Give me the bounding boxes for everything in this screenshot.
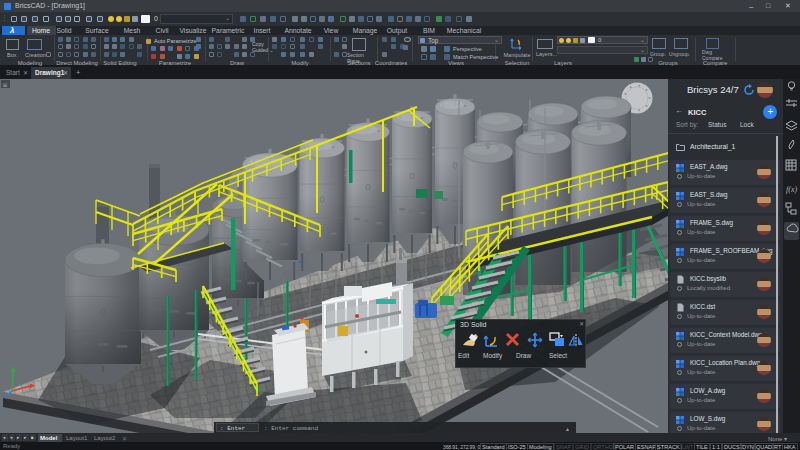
svg-text:⊞: ⊞ <box>3 82 8 88</box>
svg-text:▴: ▴ <box>566 426 569 432</box>
svg-text:: Enter command: : Enter command <box>264 425 318 432</box>
svg-text:: Enter: : Enter <box>220 425 246 432</box>
svg-text:f(x): f(x) <box>786 185 797 194</box>
